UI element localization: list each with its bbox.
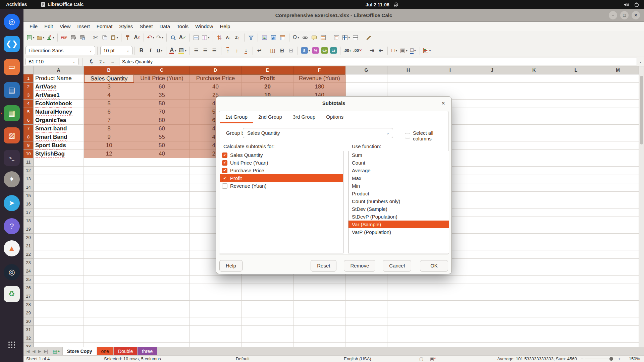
checkbox-checked-icon[interactable]: ✔ (222, 153, 227, 158)
selection-mode-icon[interactable]: ▢ (419, 356, 423, 362)
cell-C8[interactable]: 55 (134, 133, 190, 141)
cell-D1[interactable]: Purchase Price (190, 74, 241, 83)
show-draw-functions-button[interactable] (364, 33, 373, 43)
undo-button[interactable]: ↶▾ (146, 33, 155, 43)
print-area-button[interactable] (332, 33, 341, 43)
row-header-27[interactable]: 27 (23, 292, 34, 301)
activities-button[interactable]: Activities (6, 0, 27, 9)
row-header-7[interactable]: 7 (23, 125, 34, 133)
system-tray[interactable] (624, 0, 639, 9)
cell-D6-partial[interactable]: 6 (190, 116, 215, 125)
group-by-combo[interactable]: Sales Quantity ⌄ (243, 128, 393, 138)
libreoffice-writer-dock-icon[interactable]: ▤ (4, 82, 20, 98)
menu-insert[interactable]: Insert (74, 22, 93, 31)
column-header-I[interactable]: I (429, 66, 471, 74)
maximize-button[interactable]: □ (620, 11, 629, 19)
cell-A9[interactable]: Sport Buds (34, 141, 84, 150)
copy-button[interactable] (100, 33, 109, 43)
paste-button[interactable]: ▾ (109, 33, 119, 43)
cell-C9[interactable]: 50 (134, 141, 190, 150)
cell-B4[interactable]: 5 (84, 100, 134, 108)
column-header-D[interactable]: D (190, 66, 241, 74)
align-right-button[interactable]: ☰ (210, 46, 219, 56)
cell-A1[interactable]: Product Name (34, 74, 84, 83)
center-vertically-button[interactable]: ↕ (232, 46, 241, 56)
column-header-M[interactable]: M (597, 66, 639, 74)
menu-data[interactable]: Data (156, 22, 173, 31)
column-header-A[interactable]: A (34, 66, 84, 74)
print-button[interactable] (69, 33, 78, 43)
ok-button[interactable]: OK (420, 260, 448, 272)
vertical-scrollbar[interactable] (639, 66, 644, 347)
font-name-combo[interactable]: Liberation Sans⌄ (25, 46, 95, 55)
vscode-dock-icon[interactable]: ❮❯ (4, 36, 20, 52)
last-sheet-button[interactable]: ▶| (44, 349, 48, 354)
font-color-button[interactable]: A▾ (168, 46, 177, 56)
sort-button[interactable]: ⇅ (215, 33, 224, 43)
cell-B5[interactable]: 6 (84, 108, 134, 116)
hyperlink-button[interactable] (301, 33, 310, 43)
row-header-4[interactable]: 4 (23, 100, 34, 108)
function-option[interactable]: VarP (Population) (348, 228, 449, 236)
cell-C1[interactable]: Unit Price (Yuan) (134, 74, 190, 83)
spelling-button[interactable]: A✓ (178, 33, 187, 43)
column-header-F[interactable]: F (293, 66, 345, 74)
font-size-combo[interactable]: 10 pt⌄ (100, 46, 132, 55)
border-style-button[interactable]: ▣▾ (399, 46, 409, 56)
new-document-button[interactable]: ▾ (25, 33, 36, 43)
clock[interactable]: Jul 2 11:06 (366, 2, 389, 7)
borders-button[interactable]: □▾ (390, 46, 399, 56)
column-header-L[interactable]: L (555, 66, 597, 74)
page-style[interactable]: Default (236, 356, 250, 362)
cell-F1[interactable]: Revenue (Yuan) (293, 74, 345, 83)
function-option[interactable]: StDev (Sample) (348, 205, 449, 213)
dialog-tab-3rd-group[interactable]: 3rd Group (287, 111, 321, 123)
cell-B3[interactable]: 4 (84, 91, 134, 100)
dialog-tab-options[interactable]: Options (321, 111, 349, 123)
cell-A6[interactable]: OrganicTea (34, 116, 84, 125)
menu-file[interactable]: File (26, 22, 41, 31)
dialog-tab-1st-group[interactable]: 1st Group (220, 111, 253, 123)
row-header-26[interactable]: 26 (23, 284, 34, 292)
number-button[interactable]: 0.0 (320, 46, 329, 56)
redo-button[interactable]: ↷▾ (155, 33, 165, 43)
firefox-dock-icon[interactable]: ◎ (4, 14, 20, 30)
cell-B7[interactable]: 8 (84, 125, 134, 133)
add-sheet-button[interactable]: ▤+ (50, 347, 63, 355)
insert-chart-button[interactable] (269, 33, 278, 43)
trash-dock-icon[interactable]: ♻ (4, 286, 20, 302)
wrap-text-button[interactable]: ↩ (255, 46, 264, 56)
row-header-13[interactable]: 13 (23, 175, 34, 183)
cell-C4[interactable]: 50 (134, 100, 190, 108)
sheet-tab-store-copy[interactable]: Store Copy (63, 347, 97, 355)
select-all-columns-checkbox[interactable]: Select all columns (405, 130, 445, 141)
subtotal-column-option[interactable]: ✔Purchase Price (220, 167, 343, 174)
conditional-formatting-button[interactable]: ▾ (422, 46, 432, 56)
row-header-3[interactable]: 3 (23, 91, 34, 100)
menu-help[interactable]: Help (216, 22, 233, 31)
terminal-dock-icon[interactable]: >_ (4, 150, 20, 166)
border-color-button[interactable]: □▾ (409, 46, 418, 56)
active-cell-B1[interactable]: Sales Quantity (84, 74, 134, 83)
functions-list[interactable]: SumCountAverageMaxMinProductCount (numbe… (348, 151, 449, 253)
reset-button[interactable]: Reset (311, 260, 336, 272)
add-decimal-button[interactable]: .00+ (342, 46, 352, 56)
cell-C3[interactable]: 35 (134, 91, 190, 100)
row-header-32[interactable]: 32 (23, 334, 34, 343)
zoom-level[interactable]: 150% (623, 356, 640, 362)
cell-C5[interactable]: 70 (134, 108, 190, 116)
function-option[interactable]: Count (348, 159, 449, 167)
find-replace-button[interactable] (169, 33, 178, 43)
minimize-button[interactable]: − (609, 11, 617, 19)
open-button[interactable]: ▾ (36, 33, 46, 43)
cut-button[interactable]: ✂ (91, 33, 100, 43)
special-character-button[interactable]: Ω▾ (291, 33, 301, 43)
unmerge-cells-button[interactable]: ⊟ (286, 46, 296, 56)
delete-decimal-button[interactable]: .00✕ (352, 46, 363, 56)
cell-D4-partial[interactable]: 4 (190, 100, 215, 108)
sort-descending-button[interactable]: Z↑ (233, 33, 242, 43)
cell-D2[interactable]: 40 (190, 83, 241, 91)
checkbox-unchecked-icon[interactable] (222, 183, 227, 189)
align-bottom-button[interactable]: ↓ (241, 46, 251, 56)
function-wizard-button[interactable]: fx (87, 58, 96, 65)
